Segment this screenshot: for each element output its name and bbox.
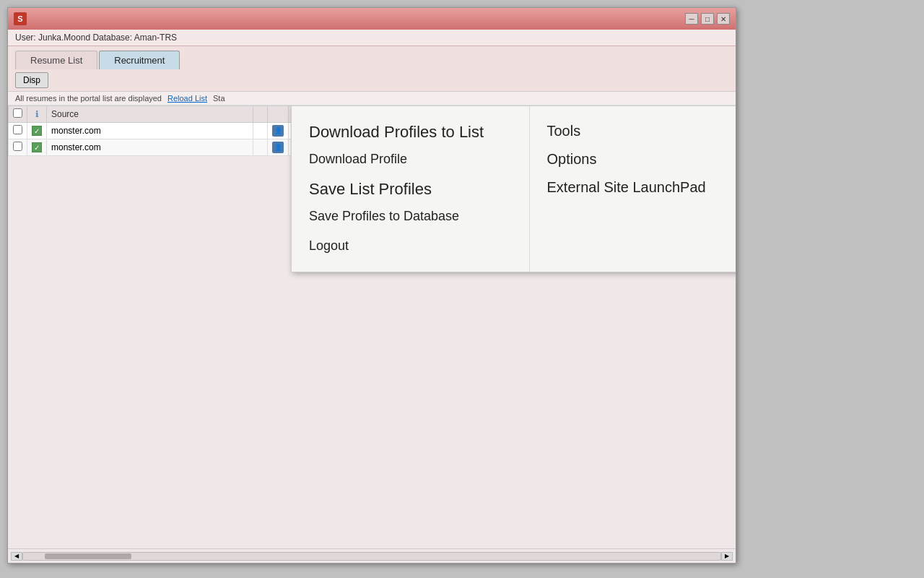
horizontal-scrollbar: ◀ ▶	[8, 548, 736, 563]
title-bar: S ─ □ ✕	[8, 8, 736, 30]
row2-check-icon-cell: ✓	[27, 139, 47, 156]
scroll-left-button[interactable]: ◀	[11, 552, 22, 561]
user-bar: User: Junka.Moond Database: Aman-TRS	[8, 30, 736, 46]
reload-list-link[interactable]: Reload List	[167, 94, 207, 103]
status-bar: All resumes in the portal list are displ…	[8, 92, 736, 105]
col-header-icon3	[268, 106, 289, 123]
dropdown-right-column: Tools Options External Site LaunchPad	[530, 106, 736, 272]
tab-bar: Resume List Recruitment	[8, 46, 736, 69]
row1-person-icon-cell: 👤	[268, 123, 289, 139]
row1-check-icon-cell: ✓	[27, 123, 47, 139]
tab-recruitment[interactable]: Recruitment	[99, 51, 180, 69]
dropdown-left-column: Download Profiles to List Download Profi…	[292, 106, 530, 272]
row2-source: monster.com	[47, 139, 253, 156]
tools-item[interactable]: Tools	[544, 117, 736, 145]
main-window: S ─ □ ✕ User: Junka.Moond Database: Aman…	[7, 7, 736, 564]
display-button[interactable]: Disp	[15, 72, 48, 88]
col-header-icon1: ℹ	[27, 106, 47, 123]
close-button[interactable]: ✕	[717, 13, 730, 25]
row1-checkbox[interactable]	[13, 125, 22, 134]
tab-resume-list[interactable]: Resume List	[15, 51, 97, 69]
user-info: User: Junka.Moond Database: Aman-TRS	[15, 33, 177, 43]
download-profiles-to-list-item[interactable]: Download Profiles to List	[306, 117, 515, 144]
title-bar-left: S	[14, 12, 27, 25]
title-bar-controls: ─ □ ✕	[685, 13, 730, 25]
options-item[interactable]: Options	[544, 145, 736, 173]
restore-button[interactable]: □	[701, 13, 714, 25]
download-profile-item[interactable]: Download Profile	[306, 144, 515, 174]
row1-check-icon: ✓	[32, 126, 42, 136]
select-all-checkbox[interactable]	[13, 108, 22, 118]
toolbar-area: Disp	[8, 69, 736, 92]
row2-check-icon: ✓	[32, 142, 42, 152]
row1-checkbox-cell	[9, 123, 27, 139]
logout-item[interactable]: Logout	[306, 231, 515, 261]
dropdown-menu: Download Profiles to List Download Profi…	[291, 105, 736, 272]
col-header-icon2	[253, 106, 268, 123]
main-content: ℹ Source First Name Middle Name L	[8, 105, 736, 563]
row1-icon2	[253, 123, 268, 139]
row2-checkbox-cell	[9, 139, 27, 156]
scroll-right-button[interactable]: ▶	[721, 552, 733, 561]
row1-person-icon: 👤	[272, 125, 284, 137]
row2-icon2	[253, 139, 268, 156]
row2-person-icon: 👤	[272, 142, 284, 153]
save-profiles-to-database-item[interactable]: Save Profiles to Database	[306, 202, 515, 231]
external-site-launchpad-item[interactable]: External Site LaunchPad	[544, 173, 736, 202]
minimize-button[interactable]: ─	[685, 13, 698, 25]
scrollbar-thumb[interactable]	[45, 553, 131, 559]
status-message: All resumes in the portal list are displ…	[15, 94, 162, 103]
row2-person-icon-cell: 👤	[268, 139, 289, 156]
info-icon: ℹ	[35, 109, 39, 119]
app-icon: S	[14, 12, 27, 25]
row1-source: monster.com	[47, 123, 253, 139]
save-list-profiles-item[interactable]: Save List Profiles	[306, 174, 515, 202]
scrollbar-track[interactable]	[22, 552, 721, 561]
col-header-check	[9, 106, 27, 123]
stat-label: Sta	[213, 94, 225, 103]
col-header-source: Source	[47, 106, 253, 123]
row2-checkbox[interactable]	[13, 142, 22, 151]
